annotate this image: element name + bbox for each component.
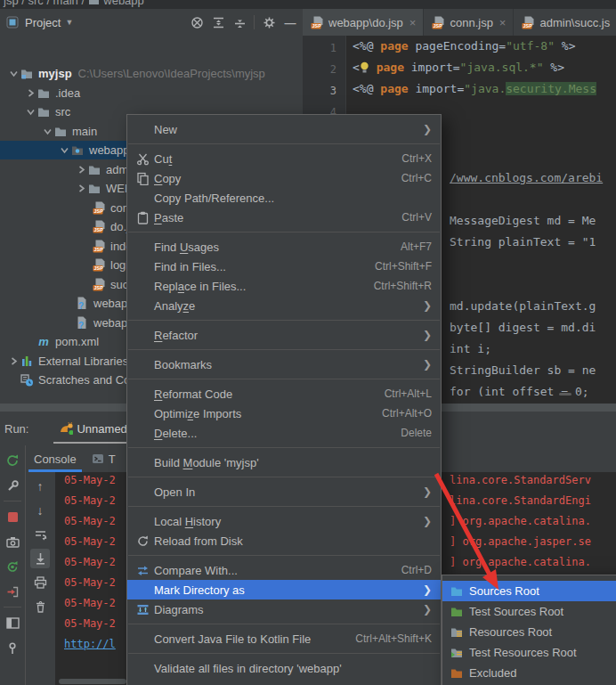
locate-icon[interactable] <box>190 16 204 29</box>
editor-tab-adminsucc.js[interactable]: JSPadmin\succ.js <box>514 9 616 36</box>
menu-item-paste[interactable]: PasteCtrl+V <box>127 208 441 227</box>
menu-item-copy[interactable]: CopyCtrl+C <box>127 168 441 188</box>
menu-item-optimize-imports[interactable]: Optimize ImportsCtrl+Alt+O <box>127 404 441 423</box>
submenu-item-test-sources-root[interactable]: Test Sources Root <box>442 601 616 622</box>
menu-item-convert-java-file-to-kotlin-file[interactable]: Convert Java File to Kotlin FileCtrl+Alt… <box>127 629 441 648</box>
submenu-arrow-icon: ❯ <box>423 485 432 498</box>
breadcrumb[interactable]: jsp / src / main / webapp <box>0 0 616 9</box>
soft-wrap-icon[interactable] <box>30 525 50 544</box>
console-tab-console[interactable]: Console <box>27 445 84 472</box>
close-tab-icon[interactable]: × <box>499 16 507 29</box>
menu-item-label: Copy Path/Reference... <box>154 192 432 205</box>
menu-separator <box>127 472 441 482</box>
collapse-all-icon[interactable] <box>232 16 247 29</box>
editor-tab-conn.jsp[interactable]: JSPconn.jsp× <box>424 9 514 36</box>
scissors-icon <box>134 151 150 166</box>
disconnect-icon[interactable] <box>3 582 22 601</box>
paste-icon <box>134 210 150 224</box>
menu-item-local-history[interactable]: Local History❯ <box>127 511 441 531</box>
scroll-to-end-icon[interactable] <box>30 549 50 568</box>
menu-item-compare-with[interactable]: Compare With...Ctrl+D <box>127 560 441 580</box>
menu-item-shortcut: Ctrl+V <box>401 211 432 224</box>
menu-separator <box>127 345 441 355</box>
gear-icon[interactable] <box>262 16 276 29</box>
submenu-item-test-resources-root[interactable]: Test Resources Root <box>442 642 616 663</box>
console-hscrollbar[interactable] <box>59 679 126 684</box>
tree-item-myjsp[interactable]: myjspC:\Users\Lenovo\IdeaProjects\myjsp <box>0 64 303 83</box>
diagrams-icon <box>134 602 150 616</box>
menu-item-refactor[interactable]: Refactor❯ <box>127 325 441 345</box>
menu-item-delete[interactable]: Delete...Delete <box>127 423 441 443</box>
code-line-right <box>450 103 616 125</box>
menu-item-label: Refactor <box>154 329 405 342</box>
menu-item-find-in-files[interactable]: Find in Files...Ctrl+Shift+F <box>127 257 441 276</box>
menu-item-mark-directory-as[interactable]: Mark Directory as❯ <box>127 580 441 599</box>
submenu-item-excluded[interactable]: Excluded <box>442 663 616 683</box>
close-tab-icon[interactable]: × <box>409 16 417 29</box>
menu-item-cut[interactable]: CutCtrl+X <box>127 149 441 168</box>
menu-item-validate-all-files-in-directory-webapp[interactable]: Validate all files in directory 'webapp' <box>127 658 441 678</box>
menu-item-label: Compare With... <box>154 564 384 577</box>
editor-hscrollbar[interactable] <box>559 393 571 396</box>
submenu-item-resources-root[interactable]: Resources Root <box>442 622 616 642</box>
menu-item-diagrams[interactable]: Diagrams❯ <box>127 599 441 619</box>
expand-collapse-icon[interactable] <box>211 16 225 29</box>
wrench-icon[interactable] <box>3 476 22 495</box>
editor-tab-webappdo.jsp[interactable]: JSPwebapp\do.jsp× <box>303 9 424 36</box>
run-label: Run: <box>4 422 28 436</box>
print-icon[interactable] <box>30 573 50 592</box>
code-token: < <box>353 61 360 74</box>
console-window-icon <box>91 453 105 466</box>
restart-debug-icon[interactable] <box>3 557 22 576</box>
console-tab-t[interactable]: T <box>84 445 123 472</box>
menu-item-replace-in-files[interactable]: Replace in Files...Ctrl+Shift+R <box>127 276 441 296</box>
pin-icon[interactable] <box>3 638 22 657</box>
intention-bulb-icon[interactable] <box>360 61 369 73</box>
chevron-right-icon <box>24 86 36 99</box>
tree-item-.idea[interactable]: .idea <box>0 84 303 102</box>
menu-item-open-in[interactable]: Open In❯ <box>127 482 441 502</box>
code-line-right: byte[] digest = md.di <box>450 317 616 338</box>
submenu-item-label: Test Sources Root <box>469 605 563 618</box>
code-line-right <box>450 189 616 210</box>
project-panel-title[interactable]: Project <box>25 16 61 29</box>
excluded-folder-icon <box>450 666 464 680</box>
menu-item-new[interactable]: New❯ <box>127 119 441 139</box>
down-arrow-icon[interactable]: ↓ <box>30 501 50 520</box>
chevron-down-icon <box>58 144 70 157</box>
editor-code-right[interactable]: /www.cnblogs.com/arebiMessageDigest md =… <box>450 39 616 403</box>
svg-text:JSP: JSP <box>93 247 103 252</box>
clear-icon[interactable] <box>30 597 50 616</box>
code-line-right: md.update(plainText.g <box>450 296 616 317</box>
up-arrow-icon[interactable]: ↑ <box>30 477 50 496</box>
comment-url[interactable]: /www.cnblogs.com/arebi <box>450 171 603 184</box>
hide-icon[interactable]: — <box>283 16 297 29</box>
code-token <box>369 61 377 74</box>
chevron-right-icon <box>75 183 87 195</box>
rerun-icon[interactable] <box>3 451 22 470</box>
menu-item-analyze[interactable]: Analyze❯ <box>127 296 441 315</box>
project-panel-header: Project ▼ — <box>0 9 303 36</box>
mark-directory-as-submenu: Sources RootTest Sources RootResources R… <box>442 575 616 685</box>
menu-item-reformat-code[interactable]: Reformat CodeCtrl+Alt+L <box>127 384 441 404</box>
menu-item-build-module-myjsp[interactable]: Build Module 'myjsp' <box>127 453 441 472</box>
menu-item-label: Convert Java File to Kotlin File <box>154 632 337 646</box>
menu-item-bookmarks[interactable]: Bookmarks❯ <box>127 355 441 374</box>
menu-item-copy-path-reference[interactable]: Copy Path/Reference... <box>127 188 441 208</box>
chevron-down-icon[interactable]: ▼ <box>65 18 73 27</box>
jsp-file-icon: JSP <box>521 16 535 29</box>
camera-icon[interactable] <box>3 532 22 551</box>
console-log-line: 05-May-2 <box>64 491 116 511</box>
menu-item-reload-from-disk[interactable]: Reload from Disk <box>127 531 441 550</box>
menu-separator <box>127 315 441 325</box>
layout-icon[interactable] <box>3 613 22 632</box>
console-link[interactable]: http://l <box>64 634 116 655</box>
run-tab-unnamed[interactable]: Unnamed <box>53 412 132 445</box>
submenu-item-sources-root[interactable]: Sources Root <box>442 581 616 601</box>
stop-icon[interactable] <box>3 507 22 526</box>
folder-icon <box>87 182 101 195</box>
menu-item-shortcut: Ctrl+Shift+R <box>374 280 432 292</box>
menu-item-find-usages[interactable]: Find UsagesAlt+F7 <box>127 237 441 257</box>
menu-item-shortcut: Ctrl+C <box>401 172 432 184</box>
menu-item-shortcut: Alt+F7 <box>401 241 432 253</box>
